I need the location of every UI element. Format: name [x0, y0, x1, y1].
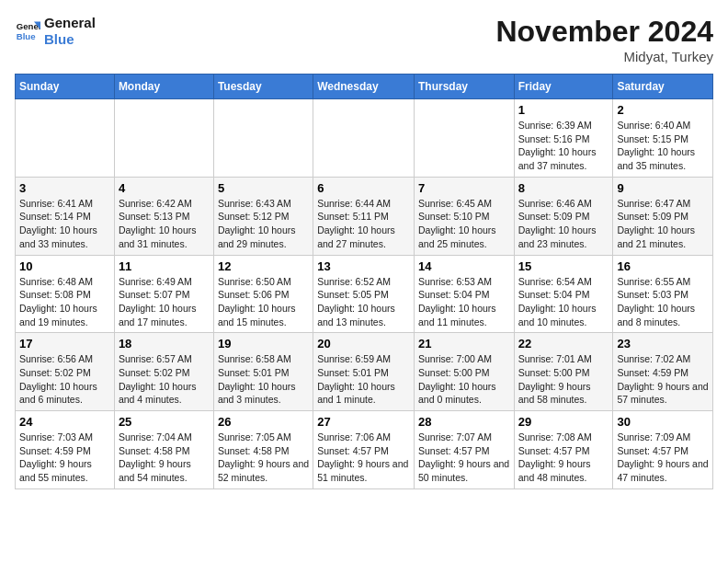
- day-number: 7: [418, 181, 510, 195]
- calendar-cell: 1Sunrise: 6:39 AMSunset: 5:16 PMDaylight…: [514, 99, 613, 178]
- cell-text: Sunset: 5:06 PM: [218, 288, 309, 302]
- calendar-cell: 25Sunrise: 7:04 AMSunset: 4:58 PMDayligh…: [114, 411, 213, 489]
- cell-text: Daylight: 10 hours and 31 minutes.: [119, 224, 210, 250]
- cell-text: Sunset: 4:57 PM: [617, 444, 709, 458]
- cell-text: Sunrise: 6:44 AM: [317, 197, 410, 211]
- cell-text: Sunset: 5:09 PM: [518, 210, 609, 224]
- cell-text: Sunset: 5:04 PM: [518, 288, 609, 302]
- calendar-cell: [313, 99, 415, 178]
- cell-text: Daylight: 9 hours and 54 minutes.: [119, 457, 210, 484]
- calendar-cell: 22Sunrise: 7:01 AMSunset: 5:00 PMDayligh…: [514, 333, 613, 411]
- calendar-cell: 24Sunrise: 7:03 AMSunset: 4:59 PMDayligh…: [16, 411, 115, 489]
- day-header-saturday: Saturday: [613, 75, 713, 99]
- day-number: 14: [418, 259, 510, 273]
- cell-text: Sunset: 5:02 PM: [19, 366, 110, 380]
- day-number: 15: [518, 259, 609, 273]
- calendar-cell: 5Sunrise: 6:43 AMSunset: 5:12 PMDaylight…: [213, 177, 313, 255]
- cell-text: Daylight: 10 hours and 23 minutes.: [518, 224, 609, 250]
- cell-text: Daylight: 10 hours and 10 minutes.: [518, 302, 609, 328]
- calendar-cell: 12Sunrise: 6:50 AMSunset: 5:06 PMDayligh…: [213, 255, 313, 333]
- day-number: 25: [119, 415, 210, 429]
- day-number: 19: [218, 337, 309, 350]
- day-number: 24: [19, 415, 110, 429]
- day-header-tuesday: Tuesday: [213, 75, 313, 99]
- location: Midyat, Turkey: [495, 49, 713, 64]
- logo-line1: General: [44, 15, 96, 31]
- day-number: 6: [317, 181, 410, 195]
- cell-text: Sunrise: 6:42 AM: [119, 197, 210, 211]
- cell-text: Sunset: 5:12 PM: [218, 210, 309, 224]
- cell-text: Sunset: 5:11 PM: [317, 210, 410, 224]
- cell-text: Daylight: 10 hours and 6 minutes.: [19, 380, 110, 407]
- day-number: 2: [617, 103, 709, 117]
- cell-text: Sunset: 5:08 PM: [19, 288, 110, 302]
- day-number: 10: [19, 259, 110, 273]
- day-number: 3: [19, 181, 110, 195]
- calendar-cell: 16Sunrise: 6:55 AMSunset: 5:03 PMDayligh…: [613, 255, 713, 333]
- cell-text: Daylight: 10 hours and 13 minutes.: [317, 302, 410, 328]
- calendar-cell: 18Sunrise: 6:57 AMSunset: 5:02 PMDayligh…: [114, 333, 213, 411]
- cell-text: Sunset: 5:15 PM: [617, 132, 709, 146]
- cell-text: Daylight: 9 hours and 50 minutes.: [418, 457, 510, 484]
- calendar-cell: 15Sunrise: 6:54 AMSunset: 5:04 PMDayligh…: [514, 255, 613, 333]
- cell-text: Daylight: 10 hours and 21 minutes.: [617, 224, 709, 250]
- cell-text: Sunset: 5:03 PM: [617, 288, 709, 302]
- calendar-cell: [16, 99, 115, 178]
- cell-text: Sunset: 5:04 PM: [418, 288, 510, 302]
- calendar-cell: 21Sunrise: 7:00 AMSunset: 5:00 PMDayligh…: [414, 333, 514, 411]
- title-area: November 2024 Midyat, Turkey: [495, 15, 713, 64]
- header: General Blue General Blue November 2024 …: [15, 15, 713, 64]
- cell-text: Sunset: 5:00 PM: [518, 366, 609, 380]
- calendar-week-5: 24Sunrise: 7:03 AMSunset: 4:59 PMDayligh…: [16, 411, 713, 489]
- calendar-cell: 28Sunrise: 7:07 AMSunset: 4:57 PMDayligh…: [414, 411, 514, 489]
- cell-text: Sunset: 4:57 PM: [317, 444, 410, 458]
- day-number: 8: [518, 181, 609, 195]
- calendar-cell: 6Sunrise: 6:44 AMSunset: 5:11 PMDaylight…: [313, 177, 415, 255]
- cell-text: Sunrise: 7:05 AM: [218, 431, 309, 444]
- cell-text: Daylight: 10 hours and 8 minutes.: [617, 302, 709, 328]
- cell-text: Daylight: 9 hours and 57 minutes.: [617, 380, 709, 407]
- calendar-header-row: SundayMondayTuesdayWednesdayThursdayFrid…: [16, 75, 713, 99]
- cell-text: Sunrise: 6:49 AM: [119, 275, 210, 289]
- cell-text: Sunset: 4:58 PM: [218, 444, 309, 458]
- cell-text: Sunrise: 6:43 AM: [218, 197, 309, 211]
- day-number: 11: [119, 259, 210, 273]
- cell-text: Daylight: 10 hours and 35 minutes.: [617, 145, 709, 172]
- cell-text: Sunrise: 6:52 AM: [317, 275, 410, 289]
- day-number: 20: [317, 337, 410, 350]
- cell-text: Sunset: 5:07 PM: [119, 288, 210, 302]
- cell-text: Sunset: 4:59 PM: [19, 444, 110, 458]
- cell-text: Sunset: 4:59 PM: [617, 366, 709, 380]
- day-number: 16: [617, 259, 709, 273]
- cell-text: Sunrise: 6:41 AM: [19, 197, 110, 211]
- logo-icon: General Blue: [15, 18, 40, 44]
- cell-text: Sunset: 5:02 PM: [119, 366, 210, 380]
- day-number: 17: [19, 337, 110, 350]
- cell-text: Daylight: 10 hours and 15 minutes.: [218, 302, 309, 328]
- cell-text: Sunrise: 6:40 AM: [617, 119, 709, 132]
- day-header-sunday: Sunday: [16, 75, 115, 99]
- calendar-cell: 17Sunrise: 6:56 AMSunset: 5:02 PMDayligh…: [16, 333, 115, 411]
- calendar-cell: 26Sunrise: 7:05 AMSunset: 4:58 PMDayligh…: [213, 411, 313, 489]
- cell-text: Sunset: 5:09 PM: [617, 210, 709, 224]
- day-number: 12: [218, 259, 309, 273]
- cell-text: Sunset: 5:01 PM: [317, 366, 410, 380]
- cell-text: Sunset: 4:58 PM: [119, 444, 210, 458]
- cell-text: Daylight: 9 hours and 47 minutes.: [617, 457, 709, 484]
- calendar-cell: 14Sunrise: 6:53 AMSunset: 5:04 PMDayligh…: [414, 255, 514, 333]
- cell-text: Sunrise: 6:56 AM: [19, 352, 110, 366]
- cell-text: Sunrise: 6:46 AM: [518, 197, 609, 211]
- cell-text: Sunrise: 7:03 AM: [19, 431, 110, 444]
- cell-text: Daylight: 10 hours and 3 minutes.: [218, 380, 309, 407]
- day-number: 28: [418, 415, 510, 429]
- calendar-cell: 23Sunrise: 7:02 AMSunset: 4:59 PMDayligh…: [613, 333, 713, 411]
- cell-text: Daylight: 9 hours and 51 minutes.: [317, 457, 410, 484]
- day-number: 27: [317, 415, 410, 429]
- day-header-thursday: Thursday: [414, 75, 514, 99]
- cell-text: Sunrise: 6:54 AM: [518, 275, 609, 289]
- calendar-week-2: 3Sunrise: 6:41 AMSunset: 5:14 PMDaylight…: [16, 177, 713, 255]
- calendar-cell: 10Sunrise: 6:48 AMSunset: 5:08 PMDayligh…: [16, 255, 115, 333]
- calendar-cell: 4Sunrise: 6:42 AMSunset: 5:13 PMDaylight…: [114, 177, 213, 255]
- logo-line2: Blue: [44, 31, 96, 48]
- cell-text: Daylight: 10 hours and 19 minutes.: [19, 302, 110, 328]
